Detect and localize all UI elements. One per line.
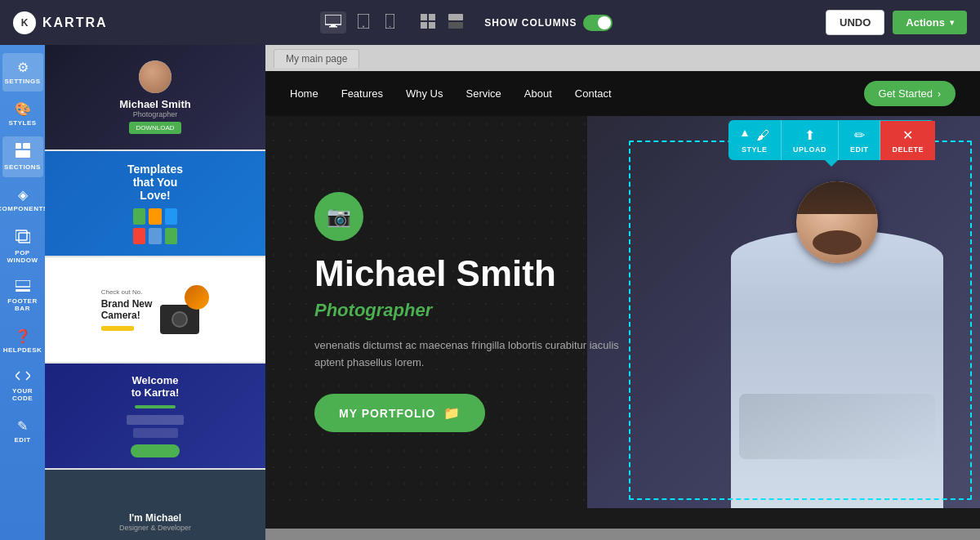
style-icon: 🖌 (740, 127, 769, 143)
template-card-5[interactable]: I'm Michael Designer & Developer (45, 470, 265, 540)
logo-icon: K (13, 11, 36, 34)
svg-rect-13 (16, 143, 21, 149)
template-1-sub: Photographer (133, 110, 178, 118)
template-card-4[interactable]: Welcome to Kartra! (45, 364, 265, 470)
hero-photo-bg (587, 116, 980, 508)
pop-window-icon (16, 229, 30, 247)
nav-home[interactable]: Home (290, 87, 318, 100)
grid-icons (416, 11, 468, 34)
svg-rect-8 (429, 14, 435, 20)
svg-rect-15 (16, 150, 30, 158)
float-toolbar: 🖌 STYLE ⬆ UPLOAD ✏ EDIT ✕ DELETE (728, 120, 935, 160)
edit-pen-icon: ✏ (854, 127, 865, 143)
undo-button[interactable]: UNDO (826, 10, 884, 35)
style-label: STYLE (742, 145, 768, 154)
sidebar-item-pop-window[interactable]: POP WINDOW (2, 222, 43, 270)
template-4-divider (135, 405, 176, 408)
grid-icon (421, 14, 435, 29)
hero-cta-label: MY PORTFOLIO (339, 407, 435, 420)
template-1-btn: DOWNLOAD (129, 122, 180, 134)
template-card-1[interactable]: Michael Smith Photographer DOWNLOAD (45, 45, 265, 151)
svg-rect-19 (16, 289, 30, 292)
actions-label: Actions (906, 16, 945, 29)
hero-content: 📷 Michael Smith Photographer venenatis d… (314, 192, 625, 433)
mini-thumb (149, 228, 162, 244)
page-tab[interactable]: My main page (274, 49, 359, 68)
get-started-arrow: › (938, 88, 941, 100)
mini-thumb (165, 208, 178, 225)
nav-service[interactable]: Service (466, 87, 501, 100)
svg-rect-18 (16, 280, 30, 287)
grid-view-button[interactable] (416, 11, 440, 34)
sidebar-item-your-code[interactable]: YOUR CODE (2, 364, 43, 408)
svg-rect-2 (329, 26, 337, 28)
hero-camera-icon: 📷 (314, 192, 363, 241)
upload-tool-button[interactable]: ⬆ UPLOAD (782, 121, 839, 160)
code-icon (16, 370, 30, 385)
list-view-button[interactable] (443, 11, 468, 34)
svg-rect-0 (325, 15, 341, 25)
get-started-button[interactable]: Get Started › (864, 81, 956, 106)
page-tab-bar: My main page (265, 45, 980, 71)
topbar: K KARTRA (0, 0, 980, 45)
device-icons (320, 11, 399, 34)
topbar-center: SHOW COLUMNS (320, 11, 612, 34)
mini-thumb (165, 228, 178, 244)
upload-label: UPLOAD (793, 145, 826, 154)
svg-rect-7 (421, 14, 427, 20)
sidebar-item-sections[interactable]: SECTIONS (2, 136, 43, 177)
show-columns-toggle[interactable] (583, 15, 612, 31)
chevron-down-icon: ▾ (950, 18, 954, 27)
template-3-title: Brand New (101, 298, 153, 310)
mini-thumb (133, 228, 146, 244)
template-3-check: Check out No. (101, 288, 153, 296)
sidebar-item-edit[interactable]: ✎ EDIT (2, 412, 43, 450)
sidebar-item-settings[interactable]: ⚙ SETTINGS (2, 53, 43, 91)
canvas-content: Home Features Why Us Service About Conta… (265, 71, 980, 529)
template-4-title: Welcome (132, 374, 179, 386)
desktop-view-button[interactable] (320, 11, 346, 33)
hero-name: Michael Smith (314, 254, 625, 293)
template-3-btn (101, 326, 134, 331)
canvas-area: My main page Home Features Why Us Servic… (265, 45, 980, 540)
template-2-sub: that You (133, 176, 178, 189)
mini-thumb (133, 208, 146, 225)
style-tool-button[interactable]: 🖌 STYLE (728, 120, 782, 160)
hero-cta-button[interactable]: MY PORTFOLIO 📁 (314, 394, 485, 432)
nav-contact[interactable]: Contact (575, 87, 612, 100)
sidebar-item-components[interactable]: ◈ COMPONENTS (2, 181, 43, 219)
site-nav: Home Features Why Us Service About Conta… (265, 71, 980, 116)
svg-rect-14 (23, 143, 30, 149)
template-card-3[interactable]: Check out No. Brand New Camera! (45, 257, 265, 364)
portfolio-icon: 📁 (443, 405, 461, 421)
template-2-sub2: Love! (140, 189, 170, 202)
nav-features[interactable]: Features (341, 87, 383, 100)
get-started-label: Get Started (879, 87, 933, 100)
template-4-line1 (127, 415, 184, 425)
show-columns-control: SHOW COLUMNS (484, 15, 612, 31)
nav-about[interactable]: About (524, 87, 552, 100)
tablet-view-button[interactable] (353, 11, 374, 34)
svg-rect-11 (448, 14, 463, 20)
svg-rect-12 (448, 22, 463, 29)
nav-why-us[interactable]: Why Us (406, 87, 443, 100)
footer-bar-icon (16, 280, 30, 295)
templates-panel: Michael Smith Photographer DOWNLOAD Temp… (45, 45, 265, 540)
edit-tool-button[interactable]: ✏ EDIT (839, 121, 881, 160)
list-icon (448, 14, 463, 29)
delete-icon: ✕ (902, 127, 913, 143)
sidebar-item-helpdesk[interactable]: ❓ HELPDESK (2, 322, 43, 360)
components-icon: ◈ (18, 187, 28, 203)
main-layout: ⚙ SETTINGS 🎨 STYLES SECTIONS ◈ COMPONENT… (0, 45, 980, 540)
sidebar-item-styles[interactable]: 🎨 STYLES (2, 95, 43, 133)
mobile-view-button[interactable] (381, 11, 399, 34)
sections-icon (16, 143, 30, 161)
sidebar-item-footer-bar[interactable]: FOOTER BAR (2, 274, 43, 319)
mobile-icon (385, 14, 394, 29)
template-card-2[interactable]: Templates that You Love! (45, 151, 265, 257)
styles-icon: 🎨 (15, 101, 31, 117)
delete-tool-button[interactable]: ✕ DELETE (880, 121, 935, 160)
upload-icon: ⬆ (804, 127, 815, 143)
logo-name: KARTRA (42, 16, 108, 30)
actions-button[interactable]: Actions ▾ (893, 11, 967, 34)
